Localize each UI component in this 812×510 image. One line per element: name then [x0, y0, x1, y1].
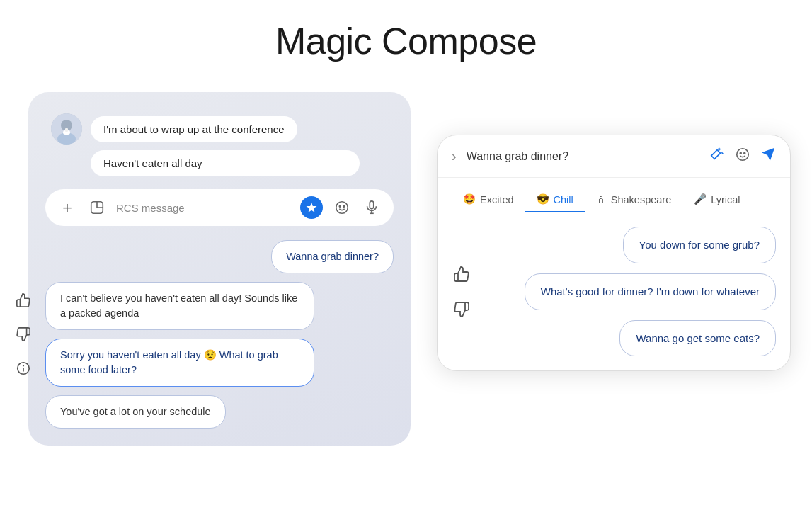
svg-point-17 [744, 152, 745, 154]
feedback-icons [11, 288, 35, 380]
sticker-icon[interactable] [86, 197, 108, 218]
suggestion-row-1[interactable]: I can't believe you haven't eaten all da… [45, 282, 394, 330]
excited-emoji: 🤩 [463, 193, 476, 205]
svg-point-6 [336, 202, 348, 214]
avatar [51, 113, 82, 144]
style-tabs: 🤩 Excited 😎 Chill 🕯 Shakespeare 🎤 Lyrica… [438, 178, 790, 212]
suggestion-bubble-1[interactable]: I can't believe you haven't eaten all da… [45, 282, 314, 330]
tab-excited[interactable]: 🤩 Excited [452, 188, 525, 212]
mic-icon[interactable] [361, 197, 382, 218]
suggestion-bubble-0[interactable]: Wanna grab dinner? [271, 240, 394, 273]
shakespeare-emoji: 🕯 [596, 194, 607, 205]
send-icon[interactable] [760, 147, 776, 166]
tab-lyrical[interactable]: 🎤 Lyrical [682, 188, 751, 212]
magic-compose-button[interactable] [300, 196, 323, 219]
thumbs-down-icon[interactable] [11, 322, 35, 346]
suggestion-bubble-3[interactable]: You've got a lot on your schedule [45, 395, 226, 429]
right-suggestion-bubble-0[interactable]: You down for some grub? [623, 227, 776, 264]
suggestion-row-2[interactable]: Sorry you haven't eaten all day 😟 What t… [45, 339, 394, 387]
tab-excited-label: Excited [480, 194, 514, 205]
input-bar: ＋ RCS message [45, 189, 394, 226]
tab-shakespeare-label: Shakespeare [611, 194, 671, 205]
right-suggestion-bubble-1[interactable]: What's good for dinner? I'm down for wha… [525, 273, 776, 310]
suggestion-bubble-2[interactable]: Sorry you haven't eaten all day 😟 What t… [45, 339, 314, 387]
right-suggestion-bubble-2[interactable]: Wanna go get some eats? [619, 320, 776, 357]
message-input[interactable]: RCS message [116, 202, 292, 214]
right-suggestion-row-2[interactable]: Wanna go get some eats? [483, 320, 776, 357]
svg-point-15 [737, 149, 749, 161]
svg-point-16 [740, 152, 741, 154]
add-icon[interactable]: ＋ [57, 197, 78, 218]
page-title: Magic Compose [0, 0, 812, 76]
info-icon[interactable] [11, 356, 35, 380]
emoji-icon[interactable] [331, 197, 353, 218]
suggestion-row-0[interactable]: Wanna grab dinner? [45, 240, 394, 273]
right-input-bar: › Wanna grab dinner? [438, 135, 790, 178]
tab-lyrical-label: Lyrical [711, 194, 740, 205]
left-panel: I'm about to wrap up at the conference H… [28, 92, 411, 446]
svg-point-8 [343, 205, 345, 207]
chill-emoji: 😎 [537, 193, 549, 205]
thumbs-up-icon[interactable] [11, 288, 35, 312]
right-panel: › Wanna grab dinner? [437, 135, 791, 371]
right-input-actions [709, 147, 776, 166]
right-suggestion-row-1[interactable]: What's good for dinner? I'm down for wha… [483, 273, 776, 310]
right-suggestion-row-0[interactable]: You down for some grub? [483, 227, 776, 264]
emoji-right-icon[interactable] [735, 147, 750, 166]
suggestion-row-3[interactable]: You've got a lot on your schedule [45, 395, 394, 429]
right-thumbs-up-icon[interactable] [449, 261, 474, 287]
svg-rect-9 [370, 201, 374, 209]
right-thumbs-down-icon[interactable] [449, 297, 474, 322]
tab-chill-label: Chill [554, 194, 573, 205]
expand-icon[interactable]: › [452, 148, 457, 164]
tab-chill[interactable]: 😎 Chill [525, 188, 585, 212]
lyrical-emoji: 🎤 [694, 193, 707, 205]
magic-wand-icon[interactable] [709, 147, 725, 166]
message-bubble-2: Haven't eaten all day [91, 150, 360, 176]
svg-point-7 [339, 205, 341, 207]
svg-rect-4 [65, 128, 68, 132]
message-bubble-1: I'm about to wrap up at the conference [91, 116, 297, 142]
avatar-message-row: I'm about to wrap up at the conference [51, 113, 394, 144]
suggestion-area: Wanna grab dinner? I can't believe you h… [45, 240, 394, 429]
right-feedback-icons [449, 261, 474, 322]
right-input-text: Wanna grab dinner? [467, 150, 699, 163]
incoming-messages: I'm about to wrap up at the conference H… [45, 113, 394, 176]
tab-shakespeare[interactable]: 🕯 Shakespeare [585, 188, 682, 212]
right-suggestion-area: You down for some grub? What's good for … [438, 212, 790, 370]
